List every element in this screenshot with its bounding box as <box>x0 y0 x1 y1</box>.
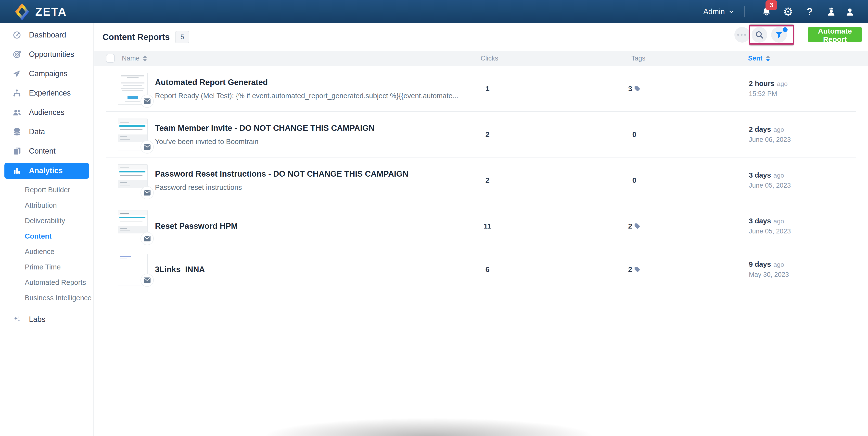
sent-relative: 2 hours <box>749 79 775 88</box>
sent-cell: 2 daysago June 06, 2023 <box>749 125 791 143</box>
report-count-badge: 5 <box>175 31 189 43</box>
report-list: Automated Report Generated Report Ready … <box>94 66 868 290</box>
clicks-value: 2 <box>473 130 502 139</box>
sent-ago-label: ago <box>773 126 784 133</box>
envelope-icon <box>144 277 151 283</box>
more-actions-button[interactable]: ••• <box>734 27 750 43</box>
sent-relative: 9 days <box>749 260 771 268</box>
column-header-clicks: Clicks <box>480 55 498 62</box>
database-icon <box>12 127 22 136</box>
report-name: 3Links_INNA <box>155 265 205 274</box>
sort-name-button[interactable] <box>143 55 147 62</box>
main-content: Content Reports 5 ••• <box>94 23 868 436</box>
table-row[interactable]: 3Links_INNA 6 2 9 daysago May 30, 2023 <box>106 249 856 290</box>
notifications-button[interactable]: 3 <box>756 7 777 17</box>
email-channel-badge <box>141 95 154 108</box>
ellipsis-icon: ••• <box>737 31 747 39</box>
column-header-name: Name <box>122 55 140 62</box>
email-channel-badge <box>141 232 154 245</box>
select-all-checkbox[interactable] <box>106 54 115 63</box>
sidebar-item-campaigns[interactable]: Campaigns <box>0 64 93 83</box>
table-row[interactable]: Reset Password HPM 11 2 3 daysago June 0… <box>106 203 856 249</box>
zeta-diamond-icon <box>13 2 31 21</box>
sidebar-subitem-report-builder[interactable]: Report Builder <box>0 182 93 198</box>
zeta-logo[interactable]: ZETA <box>13 0 67 23</box>
sidebar-item-experiences[interactable]: Experiences <box>0 83 93 103</box>
brand-name: ZETA <box>35 5 67 19</box>
search-button[interactable] <box>751 27 767 43</box>
settings-button[interactable]: ⚙ <box>777 6 799 18</box>
tags-value: 2 <box>628 265 632 274</box>
automate-report-button[interactable]: Automate Report <box>808 27 862 42</box>
sidebar-item-dashboard[interactable]: Dashboard <box>0 25 93 44</box>
tags-cell: 0 <box>621 176 648 185</box>
sitemap-icon <box>12 89 22 98</box>
sent-detail: June 05, 2023 <box>749 228 791 235</box>
sent-ago-label: ago <box>773 261 784 268</box>
sidebar-subitem-audience[interactable]: Audience <box>0 244 93 259</box>
sent-ago-label: ago <box>773 217 784 225</box>
navbar-divider <box>744 6 745 18</box>
toolbar: Content Reports 5 ••• <box>94 23 868 51</box>
table-header: Name Clicks Tags Sent <box>94 51 868 66</box>
sidebar-item-labs[interactable]: Labs <box>0 310 93 329</box>
sidebar-subitem-automated-reports[interactable]: Automated Reports <box>0 275 93 290</box>
documents-icon <box>12 146 22 156</box>
filter-funnel-icon <box>775 30 783 39</box>
envelope-icon <box>144 190 151 196</box>
table-row[interactable]: Team Member Invite - DO NOT CHANGE THIS … <box>106 112 856 158</box>
sent-detail: June 05, 2023 <box>749 182 791 189</box>
sent-cell: 9 daysago May 30, 2023 <box>749 260 789 278</box>
email-channel-badge <box>141 140 154 154</box>
sidebar-item-data[interactable]: Data <box>0 122 93 141</box>
chevron-down-icon <box>728 8 735 15</box>
envelope-icon <box>144 98 151 104</box>
sidebar-subitem-business-intelligence[interactable]: Business Intelligence <box>0 290 93 306</box>
sidebar-item-audiences[interactable]: Audiences <box>0 103 93 122</box>
sent-cell: 3 daysago June 05, 2023 <box>749 171 791 189</box>
users-icon <box>12 108 22 117</box>
table-row[interactable]: Password Reset Instructions - DO NOT CHA… <box>106 158 856 203</box>
paper-plane-icon <box>12 69 22 78</box>
sidebar-subitem-content[interactable]: Content <box>0 229 93 244</box>
tags-cell: 2 <box>621 265 648 274</box>
admin-label: Admin <box>703 7 725 16</box>
search-icon <box>755 30 764 39</box>
admin-users-button[interactable] <box>820 7 842 17</box>
sort-sent-button[interactable] <box>766 55 770 62</box>
tags-cell: 2 <box>621 222 648 230</box>
user-crown-icon <box>826 7 836 17</box>
user-icon <box>845 7 855 17</box>
sidebar-subitem-prime-time[interactable]: Prime Time <box>0 259 93 275</box>
profile-button[interactable] <box>842 7 858 17</box>
report-name: Automated Report Generated <box>155 77 459 87</box>
column-header-tags: Tags <box>631 55 645 62</box>
page-title: Content Reports <box>102 32 170 42</box>
sidebar-item-content[interactable]: Content <box>0 141 93 161</box>
tags-cell: 3 <box>621 85 648 93</box>
report-subject: Password reset instructions <box>155 183 408 191</box>
gear-icon: ⚙ <box>783 6 793 18</box>
sent-detail: June 06, 2023 <box>749 136 791 143</box>
sidebar-subitem-attribution[interactable]: Attribution <box>0 198 93 213</box>
help-button[interactable]: ? <box>799 6 820 18</box>
clicks-value: 11 <box>473 222 502 230</box>
sidebar-subitem-deliverability[interactable]: Deliverability <box>0 213 93 229</box>
table-row[interactable]: Automated Report Generated Report Ready … <box>106 66 856 112</box>
clicks-value: 1 <box>473 85 502 93</box>
sent-cell: 2 hoursago 15:52 PM <box>749 79 787 98</box>
notification-count-badge: 3 <box>766 0 777 10</box>
tags-value: 0 <box>632 130 637 139</box>
report-name: Password Reset Instructions - DO NOT CHA… <box>155 169 408 178</box>
bottom-shadow <box>209 416 650 436</box>
sent-relative: 3 days <box>749 171 771 179</box>
sidebar-item-opportunities[interactable]: Opportunities <box>0 44 93 64</box>
admin-dropdown[interactable]: Admin <box>703 7 735 16</box>
report-subject: Report Ready (Mel Test): {% if event.aut… <box>155 92 459 100</box>
report-subject: You've been invited to Boomtrain <box>155 137 374 145</box>
sidebar-item-analytics[interactable]: Analytics <box>4 163 89 179</box>
app-window: ZETA Admin 3 ⚙ <box>0 0 868 436</box>
clicks-value: 2 <box>473 176 502 185</box>
sent-detail: 15:52 PM <box>749 90 787 98</box>
tags-value: 3 <box>628 85 632 93</box>
